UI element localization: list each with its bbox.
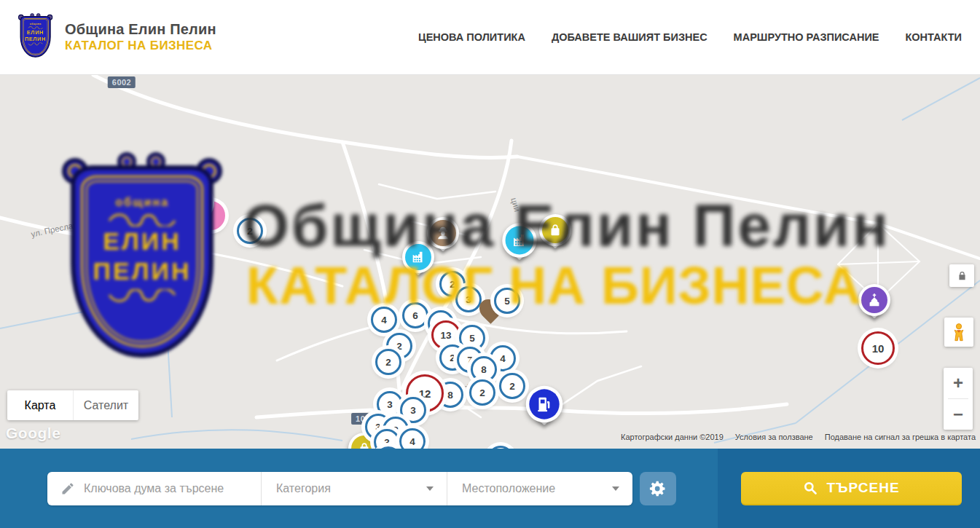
search-bar: Категория Местоположение ТЪРСЕНЕ	[0, 449, 980, 528]
cluster-count: 2	[247, 226, 253, 237]
worker-pin-marker[interactable]	[427, 217, 459, 261]
cluster-count: 5	[504, 296, 510, 307]
zoom-in-button[interactable]: +	[944, 368, 973, 398]
report-error-link[interactable]: Подаване на сигнал за грешка в картата	[825, 433, 976, 441]
zoom-control: + −	[944, 368, 973, 430]
cluster-count: 2	[136, 202, 141, 213]
fuel-icon	[529, 389, 559, 419]
cluster-marker-2[interactable]: 2	[237, 218, 263, 244]
fuel-pin-marker[interactable]	[526, 386, 563, 436]
zoom-out-button[interactable]: −	[944, 399, 973, 430]
google-map-canvas[interactable]: 6002105 ул. Преславбул. „Новоселци”ции 3…	[0, 75, 980, 449]
cluster-marker-10[interactable]: 10	[861, 331, 895, 365]
cluster-count: 2	[396, 341, 402, 352]
category-dropdown[interactable]: Категория	[261, 472, 447, 505]
church-pin-marker[interactable]	[858, 284, 890, 328]
location-dropdown[interactable]: Местоположение	[447, 472, 632, 505]
cluster-marker-2[interactable]: 2	[375, 349, 401, 375]
cluster-marker-5[interactable]: 5	[494, 288, 520, 314]
bag-icon	[542, 217, 568, 243]
cluster-count: 13	[440, 330, 451, 341]
nav-item-pricing[interactable]: ЦЕНОВА ПОЛИТИКА	[418, 31, 525, 43]
search-button-label: ТЪРСЕНЕ	[826, 480, 899, 496]
municipality-crest-logo: община ЕЛИН ПЕЛИН	[18, 14, 55, 60]
cluster-marker[interactable]	[137, 226, 163, 253]
cluster-count: 3	[387, 399, 393, 410]
nav-item-add-business[interactable]: ДОБАВЕТЕ ВАШИЯТ БИЗНЕС	[552, 31, 707, 43]
main-nav: ЦЕНОВА ПОЛИТИКА ДОБАВЕТЕ ВАШИЯТ БИЗНЕС М…	[418, 31, 962, 43]
keyword-field-section	[47, 472, 261, 505]
cluster-count: 4	[409, 436, 415, 447]
site-title: Община Елин Пелин	[65, 21, 216, 38]
header: община ЕЛИН ПЕЛИН Община Елин Пелин КАТА…	[0, 0, 980, 75]
map-attribution: Картографски данни ©2019 Условия за полз…	[621, 433, 976, 441]
chevron-down-icon	[612, 486, 619, 491]
cluster-count: 3	[466, 294, 471, 305]
nav-item-bus-schedule[interactable]: МАРШРУТНО РАЗПИСАНИЕ	[734, 31, 879, 43]
cluster-count: 6	[412, 310, 418, 321]
search-icon	[803, 481, 818, 495]
cluster-count: 5	[469, 333, 475, 344]
map-type-control: Карта Сателит	[7, 390, 138, 420]
google-logo[interactable]: Google	[6, 425, 60, 442]
cluster-count: 10	[872, 342, 885, 355]
factory-pin-marker[interactable]	[99, 172, 131, 216]
cluster-marker-6[interactable]: 6	[402, 302, 428, 328]
map-type-map-button[interactable]: Карта	[7, 390, 73, 420]
factory-icon	[102, 175, 128, 201]
cluster-marker-3[interactable]: 3	[455, 286, 482, 312]
cluster-marker-4[interactable]: 4	[399, 428, 426, 449]
cluster-marker-2[interactable]: 2	[499, 373, 525, 399]
cluster-count: 4	[500, 353, 506, 364]
map-data-copyright: Картографски данни ©2019	[621, 433, 724, 441]
cluster-count: 12	[187, 197, 200, 209]
church-icon	[861, 287, 887, 313]
pencil-icon	[60, 481, 75, 496]
cluster-marker-8[interactable]: 8	[471, 356, 497, 382]
pegman-icon	[949, 322, 969, 342]
cluster-marker-5[interactable]: 5	[158, 195, 184, 221]
cluster-count: 2	[509, 381, 515, 392]
location-dropdown-value: Местоположение	[462, 482, 555, 495]
cluster-count: 2	[385, 357, 391, 368]
cluster-count: 8	[447, 390, 453, 401]
advanced-settings-button[interactable]	[640, 472, 676, 505]
nav-item-contacts[interactable]: КОНТАКТИ	[905, 31, 962, 43]
cluster-count: 2	[450, 279, 455, 290]
site-subtitle: КАТАЛОГ НА БИЗНЕСА	[65, 39, 216, 53]
search-button[interactable]: ТЪРСЕНЕ	[741, 472, 962, 505]
cluster-count: 3	[410, 405, 416, 416]
lock-button[interactable]	[949, 264, 974, 287]
cluster-count: 3	[156, 182, 162, 193]
gear-icon	[649, 480, 667, 497]
cluster-count: 8	[481, 364, 487, 375]
street-view-pegman-button[interactable]	[944, 318, 973, 347]
road-number-chip: 6002	[108, 76, 136, 88]
cluster-marker-4[interactable]: 4	[371, 307, 397, 333]
worker-icon	[430, 220, 456, 246]
cluster-count: 2	[479, 387, 485, 398]
cluster-marker-2[interactable]: 2	[469, 379, 495, 406]
lock-icon	[957, 270, 968, 281]
factory-icon	[506, 226, 534, 255]
cluster-count: 4	[381, 315, 387, 326]
bag-pin-marker[interactable]	[539, 214, 571, 258]
cluster-count: 12	[419, 387, 431, 400]
terms-link[interactable]: Условия за ползване	[735, 433, 813, 441]
search-fields-group: Категория Местоположение	[47, 472, 632, 505]
cluster-count: 2	[450, 352, 455, 363]
cluster-count: 5	[168, 203, 174, 214]
factory-pin-marker[interactable]	[502, 223, 537, 270]
keyword-search-input[interactable]	[84, 482, 244, 495]
site-logo[interactable]: община ЕЛИН ПЕЛИН Община Елин Пелин КАТА…	[18, 14, 216, 60]
map-type-satellite-button[interactable]: Сателит	[73, 390, 138, 420]
chevron-down-icon	[426, 486, 434, 491]
category-dropdown-value: Категория	[276, 482, 331, 495]
